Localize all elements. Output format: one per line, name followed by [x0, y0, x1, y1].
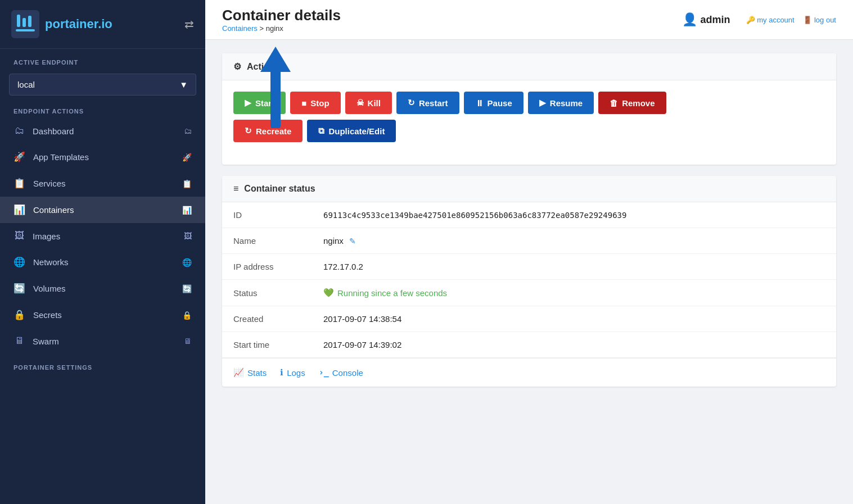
pause-button[interactable]: ⏸ Pause	[464, 92, 523, 114]
stats-chart-icon: 📈	[233, 367, 244, 378]
endpoint-actions-label: ENDPOINT ACTIONS	[0, 98, 205, 118]
page-title: Container details	[222, 7, 341, 24]
sidebar-item-images[interactable]: 🖼 Images 🖼	[0, 223, 205, 249]
sidebar-item-secrets[interactable]: 🔒 Secrets 🔒	[0, 302, 205, 328]
breadcrumb-separator: >	[258, 24, 266, 33]
sidebar-item-volumes[interactable]: 🔄 Volumes 🔄	[0, 275, 205, 302]
resume-icon: ▶	[539, 98, 546, 108]
name-label: Name	[222, 228, 312, 254]
console-tab[interactable]: ›_ Console	[319, 367, 363, 378]
volumes-nav-icon-right: 🔄	[182, 284, 192, 293]
sidebar-item-label: Services	[33, 179, 66, 188]
duplicate-edit-button[interactable]: ⧉ Duplicate/Edit	[307, 120, 396, 142]
start-time-value: 2017-09-07 14:39:02	[312, 332, 836, 358]
portainer-logo-icon	[11, 10, 39, 38]
my-account-link[interactable]: 🔑 my account	[746, 16, 797, 24]
created-value: 2017-09-07 14:38:54	[312, 306, 836, 332]
status-header-icon: ≡	[233, 184, 238, 194]
dashboard-nav-icon-right: 🗂	[184, 126, 192, 135]
svg-rect-3	[28, 16, 31, 27]
volumes-icon: 🔄	[13, 283, 25, 294]
table-row: ID 69113c4c9533ce1349bae427501e860952156…	[222, 202, 836, 228]
actions-card: ⚙ Actions ▶ Start ■ Stop	[222, 53, 836, 165]
images-nav-icon-right: 🖼	[184, 231, 192, 240]
page-title-area: Container details Containers > nginx	[222, 7, 341, 33]
active-endpoint-label: ACTIVE ENDPOINT	[0, 49, 205, 69]
actions-row-2: ↻ Recreate ⧉ Duplicate/Edit	[233, 120, 396, 142]
id-value: 69113c4c9533ce1349bae427501e860952156b06…	[312, 202, 836, 228]
kill-button[interactable]: ☠ Kill	[345, 92, 392, 114]
gear-icon: ⚙	[233, 61, 241, 72]
logo-area: portainer.io ⇄	[0, 0, 205, 49]
logs-tab[interactable]: ℹ Logs	[280, 367, 305, 378]
user-name: 👤 admin	[682, 12, 730, 27]
container-status-card: ≡ Container status ID 69113c4c9533ce1349…	[222, 176, 836, 387]
actions-row-1: ▶ Start ■ Stop ☠ Kill ↻	[233, 92, 825, 114]
stop-button[interactable]: ■ Stop	[290, 92, 340, 114]
start-button[interactable]: ▶ Start	[233, 92, 286, 114]
app-templates-icon: 🚀	[13, 151, 25, 163]
row2-with-arrow: ↻ Recreate ⧉ Duplicate/Edit	[233, 120, 396, 148]
content-area: ⚙ Actions ▶ Start ■ Stop	[205, 40, 853, 504]
services-icon: 📋	[13, 178, 25, 189]
log-out-link[interactable]: 🚪 log out	[803, 16, 836, 24]
transfer-icon[interactable]: ⇄	[184, 17, 194, 31]
sidebar-item-app-templates[interactable]: 🚀 App Templates 🚀	[0, 144, 205, 170]
sidebar-item-label: Dashboard	[33, 126, 74, 136]
swarm-nav-icon-right: 🖥	[184, 337, 192, 346]
remove-button[interactable]: 🗑 Remove	[598, 92, 666, 114]
sidebar-item-label: Swarm	[33, 337, 59, 346]
id-label: ID	[222, 202, 312, 228]
user-links: 🔑 my account 🚪 log out	[739, 15, 836, 24]
sidebar-item-containers[interactable]: 📊 Containers 📊	[0, 197, 205, 223]
key-icon: 🔑	[746, 16, 755, 24]
services-nav-icon-right: 📋	[182, 179, 192, 188]
stop-icon: ■	[301, 98, 306, 108]
sidebar-item-dashboard[interactable]: 🗂 Dashboard 🗂	[0, 118, 205, 144]
ip-label: IP address	[222, 254, 312, 280]
sidebar-item-label: Volumes	[33, 284, 66, 293]
secrets-nav-icon-right: 🔒	[182, 311, 192, 320]
table-row: Status 💚 Running since a few seconds	[222, 280, 836, 306]
sidebar-item-services[interactable]: 📋 Services 📋	[0, 170, 205, 197]
svg-rect-4	[16, 29, 35, 31]
breadcrumb: Containers > nginx	[222, 24, 341, 33]
pause-icon: ⏸	[475, 98, 484, 108]
restart-button[interactable]: ↻ Restart	[396, 92, 459, 114]
recreate-icon: ↻	[245, 126, 252, 136]
sidebar-item-label: Secrets	[33, 310, 62, 320]
created-label: Created	[222, 306, 312, 332]
sidebar-item-swarm[interactable]: 🖥 Swarm 🖥	[0, 328, 205, 354]
user-circle-icon: 👤	[682, 12, 697, 27]
recreate-button[interactable]: ↻ Recreate	[233, 120, 303, 142]
sidebar-item-label: Containers	[33, 205, 74, 215]
sidebar-item-networks[interactable]: 🌐 Networks 🌐	[0, 249, 205, 275]
endpoint-selector[interactable]: local ▼	[9, 74, 196, 96]
duplicate-icon: ⧉	[318, 126, 324, 136]
svg-rect-2	[22, 18, 26, 27]
networks-icon: 🌐	[13, 256, 25, 268]
edit-name-icon[interactable]: ✎	[349, 237, 356, 246]
dashboard-icon: 🗂	[13, 125, 25, 137]
breadcrumb-containers-link[interactable]: Containers	[222, 24, 258, 33]
play-icon: ▶	[245, 98, 251, 108]
resume-button[interactable]: ▶ Resume	[528, 92, 594, 114]
table-row: Start time 2017-09-07 14:39:02	[222, 332, 836, 358]
table-row: IP address 172.17.0.2	[222, 254, 836, 280]
sidebar-item-label: Networks	[33, 257, 69, 267]
status-label: Status	[222, 280, 312, 306]
table-row: Created 2017-09-07 14:38:54	[222, 306, 836, 332]
breadcrumb-current: nginx	[266, 24, 283, 33]
svg-rect-1	[17, 15, 20, 27]
sidebar-item-label: App Templates	[33, 152, 89, 162]
networks-nav-icon-right: 🌐	[182, 258, 192, 267]
restart-icon: ↻	[408, 98, 415, 108]
container-status-header: ≡ Container status	[222, 176, 836, 202]
status-table: ID 69113c4c9533ce1349bae427501e860952156…	[222, 202, 836, 358]
console-terminal-icon: ›_	[319, 367, 329, 378]
heart-icon: 💚	[323, 288, 334, 298]
stats-tab[interactable]: 📈 Stats	[233, 367, 267, 378]
actions-card-header: ⚙ Actions	[222, 53, 836, 80]
sidebar: portainer.io ⇄ ACTIVE ENDPOINT local ▼ E…	[0, 0, 205, 504]
sidebar-item-label: Images	[33, 231, 60, 241]
